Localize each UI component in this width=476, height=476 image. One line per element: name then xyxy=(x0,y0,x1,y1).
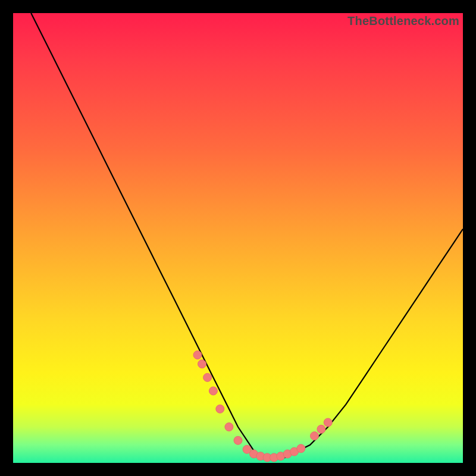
highlight-marker xyxy=(317,425,325,433)
highlight-marker xyxy=(311,432,319,440)
highlight-marker xyxy=(234,436,242,444)
highlight-marker xyxy=(193,351,202,359)
highlight-marker xyxy=(203,373,212,381)
highlight-marker xyxy=(198,360,206,368)
highlight-marker xyxy=(297,444,305,453)
bottleneck-curve-path xyxy=(31,13,463,458)
highlight-marker xyxy=(225,423,233,431)
chart-frame: TheBottleneck.com xyxy=(13,13,463,463)
curve-layer xyxy=(13,13,463,463)
highlight-marker xyxy=(324,418,332,427)
highlight-marker xyxy=(209,387,217,395)
highlight-markers xyxy=(193,351,332,462)
highlight-marker xyxy=(216,405,224,413)
